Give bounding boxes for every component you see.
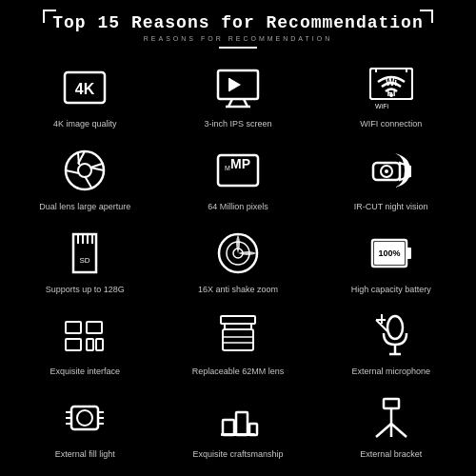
- battery-icon: 100%: [366, 228, 417, 279]
- svg-text:4K: 4K: [75, 81, 95, 97]
- interface-icon: [59, 309, 110, 361]
- header-subtitle: REASONS FOR RECOMMENDATION: [52, 35, 423, 42]
- feature-cell-zoom: 16X anti shake zoom: [163, 221, 314, 302]
- svg-text:MP: MP: [230, 156, 250, 171]
- svg-line-22: [78, 153, 79, 165]
- header-line: [219, 47, 257, 49]
- svg-rect-68: [236, 412, 248, 435]
- craftsmanship-label: Exquisite craftsmanship: [192, 449, 283, 461]
- svg-line-73: [376, 424, 391, 437]
- svg-rect-40: [407, 248, 411, 259]
- feature-cell-dual-lens: Dual lens large aperture: [10, 139, 161, 220]
- svg-line-74: [391, 424, 407, 437]
- svg-rect-67: [223, 420, 234, 435]
- svg-rect-44: [87, 322, 102, 333]
- feature-cell-mp: M MP 64 Million pixels: [163, 139, 314, 220]
- header: Top 15 Reasons for Recommendation REASON…: [33, 0, 442, 56]
- svg-point-53: [387, 316, 403, 339]
- feature-cell-lens: Replaceable 62MM lens: [163, 304, 314, 385]
- filllight-label: External fill light: [55, 449, 115, 461]
- svg-marker-7: [229, 78, 241, 91]
- svg-point-17: [78, 164, 91, 177]
- svg-point-14: [389, 93, 393, 97]
- feature-cell-bracket: External bracket: [315, 386, 466, 466]
- mic-icon: [366, 309, 417, 361]
- 4k-label: 4K image quality: [53, 119, 117, 130]
- svg-point-16: [66, 151, 104, 189]
- svg-rect-47: [96, 339, 103, 350]
- svg-text:WiFi: WiFi: [375, 103, 388, 109]
- svg-rect-43: [66, 322, 81, 333]
- screen-label: 3-inch IPS screen: [204, 119, 271, 130]
- 128g-icon: SD: [59, 228, 110, 279]
- svg-text:SD: SD: [80, 256, 90, 265]
- feature-cell-4k: 4K 4K image quality: [10, 56, 161, 137]
- header-title: Top 15 Reasons for Recommendation: [52, 13, 423, 32]
- 4k-icon: 4K: [59, 62, 110, 113]
- svg-line-23: [90, 164, 102, 168]
- ircut-label: IR-CUT night vision: [354, 202, 428, 213]
- feature-cell-interface: Exquisite interface: [10, 304, 161, 385]
- lens-icon: [212, 309, 264, 361]
- svg-rect-71: [384, 399, 399, 408]
- feature-cell-craftsmanship: Exquisite craftsmanship: [163, 386, 314, 466]
- lens-label: Replaceable 62MM lens: [192, 367, 285, 378]
- svg-line-19: [90, 168, 104, 170]
- feature-cell-wifi: Wi Fi WiFi WIFI connection: [315, 56, 466, 137]
- feature-cell-filllight: External fill light: [10, 386, 161, 466]
- svg-rect-48: [221, 316, 255, 324]
- dual-lens-label: Dual lens large aperture: [39, 202, 130, 213]
- mp-icon: M MP: [212, 145, 264, 196]
- mic-label: External microphone: [351, 367, 430, 378]
- feature-cell-battery: 100% High capacity battery: [315, 221, 466, 302]
- wifi-label: WIFI connection: [360, 119, 422, 130]
- screen-icon: [212, 62, 264, 113]
- mp-label: 64 Million pixels: [208, 202, 268, 213]
- features-grid: 4K 4K image quality 3-inch IPS screen Wi…: [0, 56, 476, 476]
- zoom-label: 16X anti shake zoom: [198, 285, 278, 296]
- svg-line-20: [85, 176, 91, 188]
- craftsmanship-icon: [212, 392, 264, 444]
- ircut-icon: [366, 145, 417, 196]
- svg-point-60: [77, 410, 92, 426]
- svg-rect-70: [221, 433, 255, 436]
- 128g-label: Supports up to 128G: [46, 285, 125, 296]
- zoom-icon: [212, 228, 264, 279]
- wifi-icon: Wi Fi WiFi: [366, 62, 417, 113]
- svg-rect-50: [223, 329, 253, 350]
- feature-cell-ircut: IR-CUT night vision: [315, 139, 466, 220]
- interface-label: Exquisite interface: [50, 367, 121, 378]
- feature-cell-screen: 3-inch IPS screen: [163, 56, 314, 137]
- svg-rect-45: [66, 339, 81, 350]
- filllight-icon: [59, 392, 110, 444]
- dual-lens-icon: [59, 145, 110, 196]
- feature-cell-128g: SD Supports up to 128G: [10, 221, 161, 302]
- svg-rect-46: [87, 339, 93, 350]
- feature-cell-mic: External microphone: [315, 304, 466, 385]
- svg-line-21: [66, 170, 79, 173]
- svg-text:100%: 100%: [378, 248, 400, 258]
- svg-point-29: [385, 169, 388, 173]
- bracket-icon: [366, 392, 417, 444]
- bracket-label: External bracket: [360, 449, 422, 461]
- battery-label: High capacity battery: [351, 285, 431, 296]
